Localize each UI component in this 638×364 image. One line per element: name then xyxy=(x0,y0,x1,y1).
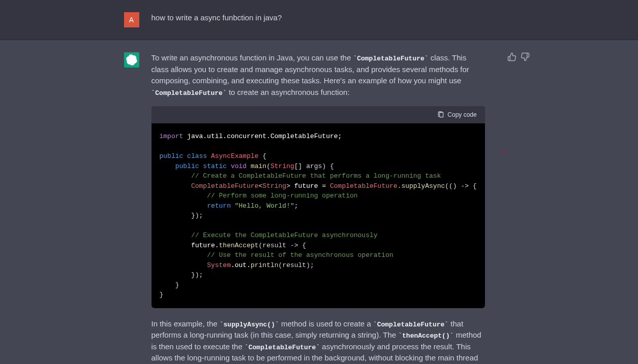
copy-code-label: Copy code xyxy=(447,110,476,119)
code-header: Copy code xyxy=(151,106,485,123)
inline-code: `CompletableFuture` xyxy=(245,344,320,351)
user-message-content: A how to write a async funbction in java… xyxy=(124,0,514,40)
cursor-dot xyxy=(503,151,505,152)
user-message-row: A how to write a async funbction in java… xyxy=(0,0,638,40)
code-body: import java.util.concurrent.CompletableF… xyxy=(151,123,485,308)
user-avatar: A xyxy=(124,12,139,27)
inline-code: `thenAccept()` xyxy=(398,332,453,340)
code-block: Copy code import java.util.concurrent.Co… xyxy=(151,106,485,308)
thumbs-up-button[interactable] xyxy=(507,52,517,61)
user-avatar-letter: A xyxy=(129,15,134,25)
assistant-response-text: To write an asynchronous function in Jav… xyxy=(151,52,515,364)
feedback-buttons xyxy=(507,52,530,61)
assistant-message-content: To write an asynchronous function in Jav… xyxy=(124,40,514,364)
inline-code: `CompletableFuture` xyxy=(373,321,448,328)
svg-rect-0 xyxy=(440,112,443,117)
inline-code: `CompletableFuture` xyxy=(151,89,227,97)
openai-logo-icon xyxy=(126,54,137,65)
assistant-avatar xyxy=(124,52,139,68)
user-question-text: how to write a async funbction in java? xyxy=(151,12,514,27)
assistant-paragraph-2: In this example, the `supplyAsync()` met… xyxy=(151,318,485,365)
thumbs-down-button[interactable] xyxy=(521,52,530,61)
copy-code-button[interactable]: Copy code xyxy=(437,110,476,119)
clipboard-icon xyxy=(437,111,444,118)
assistant-message-row: To write an asynchronous function in Jav… xyxy=(0,40,638,364)
assistant-paragraph-1: To write an asynchronous function in Jav… xyxy=(151,52,485,98)
inline-code: `supplyAsync()` xyxy=(220,321,279,328)
inline-code: `CompletableFuture` xyxy=(353,55,428,62)
